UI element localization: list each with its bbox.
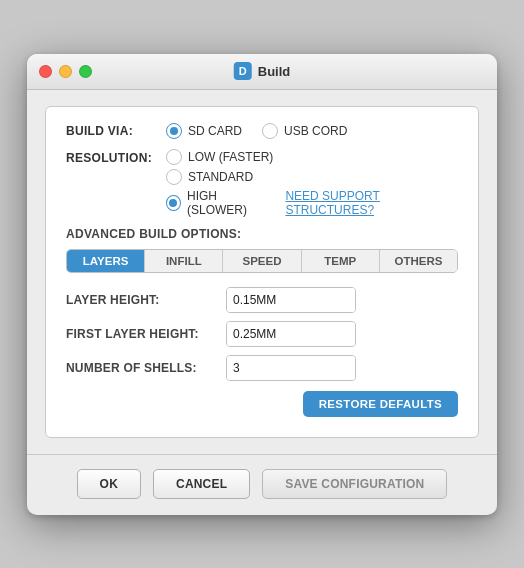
high-option[interactable]: HIGH (SLOWER) NEED SUPPORT STRUCTURES? bbox=[166, 189, 458, 217]
standard-label: STANDARD bbox=[188, 170, 253, 184]
app-icon: D bbox=[234, 62, 252, 80]
layer-height-input[interactable] bbox=[227, 288, 356, 312]
tab-speed[interactable]: SPEED bbox=[223, 250, 301, 272]
high-radio[interactable] bbox=[166, 195, 181, 211]
build-via-label: BUILD VIA: bbox=[66, 124, 166, 138]
layer-height-row: LAYER HEIGHT: ▲ ▼ bbox=[66, 287, 458, 313]
content-area: BUILD VIA: SD CARD USB CORD RESOLUTION: bbox=[27, 90, 497, 454]
ok-button[interactable]: OK bbox=[77, 469, 141, 499]
build-via-options: SD CARD USB CORD bbox=[166, 123, 347, 139]
sd-card-option[interactable]: SD CARD bbox=[166, 123, 242, 139]
shells-input-wrap: ▲ ▼ bbox=[226, 355, 356, 381]
resolution-row: RESOLUTION: LOW (FASTER) STANDARD HIGH (… bbox=[66, 149, 458, 217]
first-layer-height-input-wrap: ▲ ▼ bbox=[226, 321, 356, 347]
main-window: D Build BUILD VIA: SD CARD USB CORD bbox=[27, 54, 497, 515]
tab-infill[interactable]: INFILL bbox=[145, 250, 223, 272]
advanced-label: ADVANCED BUILD OPTIONS: bbox=[66, 227, 458, 241]
window-title-group: D Build bbox=[234, 62, 291, 80]
bottom-bar: OK CANCEL SAVE CONFIGURATION bbox=[27, 455, 497, 515]
tab-layers[interactable]: LAYERS bbox=[67, 250, 145, 272]
tab-others[interactable]: OTHERS bbox=[380, 250, 457, 272]
low-radio[interactable] bbox=[166, 149, 182, 165]
sd-card-label: SD CARD bbox=[188, 124, 242, 138]
sd-card-radio[interactable] bbox=[166, 123, 182, 139]
low-option[interactable]: LOW (FASTER) bbox=[166, 149, 458, 165]
resolution-label: RESOLUTION: bbox=[66, 149, 166, 165]
shells-row: NUMBER OF SHELLS: ▲ ▼ bbox=[66, 355, 458, 381]
close-button[interactable] bbox=[39, 65, 52, 78]
tab-temp[interactable]: TEMP bbox=[302, 250, 380, 272]
minimize-button[interactable] bbox=[59, 65, 72, 78]
usb-cord-radio[interactable] bbox=[262, 123, 278, 139]
settings-panel: BUILD VIA: SD CARD USB CORD RESOLUTION: bbox=[45, 106, 479, 438]
standard-radio[interactable] bbox=[166, 169, 182, 185]
titlebar: D Build bbox=[27, 54, 497, 90]
first-layer-height-input[interactable] bbox=[227, 322, 356, 346]
usb-cord-option[interactable]: USB CORD bbox=[262, 123, 347, 139]
support-structures-link[interactable]: NEED SUPPORT STRUCTURES? bbox=[285, 189, 458, 217]
traffic-lights bbox=[39, 65, 92, 78]
build-tabs: LAYERS INFILL SPEED TEMP OTHERS bbox=[66, 249, 458, 273]
restore-row: RESTORE DEFAULTS bbox=[66, 391, 458, 417]
maximize-button[interactable] bbox=[79, 65, 92, 78]
window-title: Build bbox=[258, 64, 291, 79]
standard-option[interactable]: STANDARD bbox=[166, 169, 458, 185]
shells-label: NUMBER OF SHELLS: bbox=[66, 361, 226, 375]
high-label: HIGH (SLOWER) bbox=[187, 189, 273, 217]
shells-input[interactable] bbox=[227, 356, 356, 380]
restore-defaults-button[interactable]: RESTORE DEFAULTS bbox=[303, 391, 458, 417]
layer-height-label: LAYER HEIGHT: bbox=[66, 293, 226, 307]
save-configuration-button[interactable]: SAVE CONFIGURATION bbox=[262, 469, 447, 499]
layer-height-input-wrap: ▲ ▼ bbox=[226, 287, 356, 313]
resolution-options: LOW (FASTER) STANDARD HIGH (SLOWER) NEED… bbox=[166, 149, 458, 217]
first-layer-height-row: FIRST LAYER HEIGHT: ▲ ▼ bbox=[66, 321, 458, 347]
build-via-row: BUILD VIA: SD CARD USB CORD bbox=[66, 123, 458, 139]
cancel-button[interactable]: CANCEL bbox=[153, 469, 250, 499]
low-label: LOW (FASTER) bbox=[188, 150, 273, 164]
first-layer-height-label: FIRST LAYER HEIGHT: bbox=[66, 327, 226, 341]
usb-cord-label: USB CORD bbox=[284, 124, 347, 138]
